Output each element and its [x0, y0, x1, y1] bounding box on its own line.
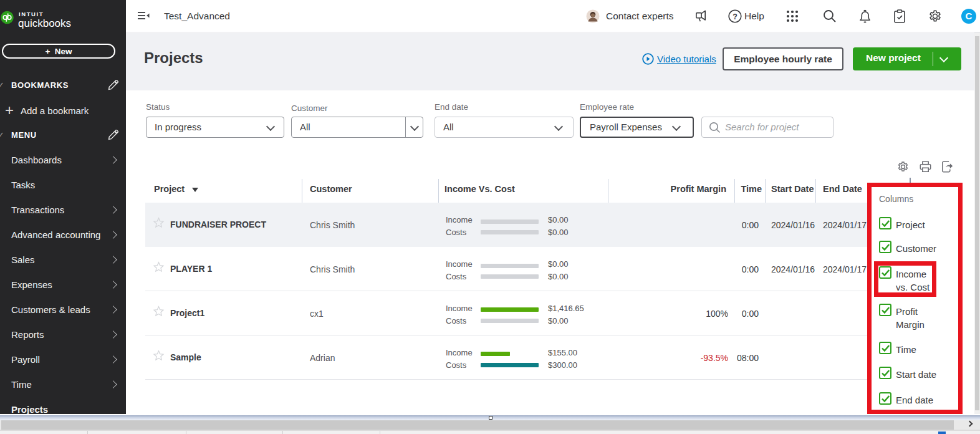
svg-text:?: ?: [733, 12, 737, 21]
